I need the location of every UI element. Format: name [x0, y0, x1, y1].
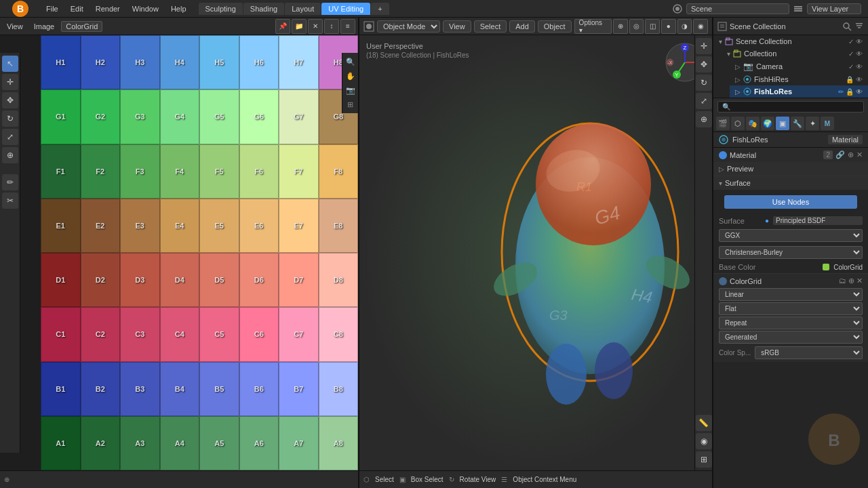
viewport-add-btn[interactable]: Add	[509, 20, 535, 33]
scene-collection-vis[interactable]: 👁	[856, 38, 863, 45]
uv-view-menu[interactable]: View	[3, 21, 27, 32]
uv-canvas[interactable]: RRCG RRCG RRCG H1 H2 H3 H4 H5 H6 H7 H8 G…	[41, 35, 358, 470]
uv-rotate-tool[interactable]: ↻	[2, 110, 18, 127]
fishhires-vis[interactable]: 👁	[856, 76, 863, 83]
scene-collection-check[interactable]: ✓	[848, 38, 854, 45]
subsurface-select[interactable]: Christensen-Burley	[719, 246, 863, 259]
viewport-view-btn[interactable]: View	[443, 20, 471, 33]
uv-pin-btn[interactable]: 📌	[275, 19, 290, 34]
viewport-select-btn[interactable]: Select	[474, 20, 507, 33]
use-nodes-button[interactable]: Use Nodes	[724, 195, 857, 209]
prop-tab-object[interactable]: ▣	[776, 117, 789, 130]
material-copy-icon[interactable]: ⊕	[848, 150, 854, 159]
uv-orient-btn[interactable]: ↕	[324, 19, 339, 34]
fishhires-item[interactable]: ▷ FishHiRes 🔒 👁	[730, 73, 868, 85]
camera-icon[interactable]: 📷	[344, 84, 357, 96]
viewport-grid-toggle[interactable]: ⊞	[696, 451, 712, 468]
search-icon[interactable]	[842, 22, 852, 31]
viewport-gizmo-btn[interactable]: ⊕	[613, 19, 628, 34]
viewport-options-btn[interactable]: Options ▾	[574, 19, 612, 34]
texture-browse-icon[interactable]: 🗂	[839, 277, 846, 285]
texture-copy-icon[interactable]: ⊕	[848, 277, 854, 285]
projection-select[interactable]: Flat	[719, 302, 863, 315]
surface-type-value[interactable]: Principled BSDF	[773, 216, 863, 225]
fishlores-vis[interactable]: 👁	[856, 88, 863, 96]
camera-vis[interactable]: 👁	[856, 63, 863, 70]
measure-tool[interactable]: 📏	[696, 415, 712, 431]
base-color-swatch[interactable]	[823, 264, 829, 270]
move-3d-tool[interactable]: ✥	[696, 56, 712, 73]
grid-icon[interactable]: ⊞	[344, 98, 357, 110]
viewport-render-mode[interactable]: ◉	[696, 433, 712, 449]
object-mode-select[interactable]: Object Mode	[377, 20, 440, 33]
fishlores-edit-icon[interactable]: ✏	[838, 88, 844, 96]
uv-annotate-tool[interactable]: ✏	[2, 174, 18, 190]
transform-3d-tool[interactable]: ⊕	[696, 111, 712, 127]
scene-collection-item[interactable]: ▾ Scene Collection ✓ 👁	[713, 35, 868, 47]
uv-settings-btn[interactable]: ≡	[340, 19, 355, 34]
uv-move-tool[interactable]: ✥	[2, 92, 18, 108]
viewport-render-btn[interactable]: ◉	[693, 19, 708, 34]
tab-layout[interactable]: Layout	[285, 3, 321, 15]
viewport-solid-btn[interactable]: ●	[661, 19, 676, 34]
viewport-object-btn[interactable]: Object	[538, 20, 572, 33]
hand-icon[interactable]: ✋	[344, 70, 357, 82]
fishhires-restrict[interactable]: 🔒	[846, 76, 854, 83]
uv-image-menu[interactable]: Image	[30, 21, 59, 32]
zoom-in-icon[interactable]: 🔍	[344, 56, 357, 68]
interpolation-select[interactable]: Linear	[719, 288, 863, 301]
viewport-overlay-btn[interactable]: ◎	[629, 19, 644, 34]
scene-name-input[interactable]	[686, 3, 789, 14]
extension-select[interactable]: Repeat	[719, 317, 863, 329]
uv-rip-tool[interactable]: ✂	[2, 192, 18, 209]
rotate-3d-tool[interactable]: ↻	[696, 75, 712, 91]
uv-close-btn[interactable]: ✕	[308, 19, 323, 34]
collection-vis[interactable]: 👁	[856, 50, 863, 58]
camera-item[interactable]: ▷ 📷 Camera ✓ 👁	[730, 60, 868, 73]
tab-shading[interactable]: Shading	[243, 3, 284, 15]
tab-uv-editing[interactable]: UV Editing	[321, 3, 370, 15]
camera-check[interactable]: ✓	[848, 63, 854, 70]
prop-tab-material[interactable]: M	[821, 117, 834, 130]
blender-logo: B	[0, 0, 41, 18]
prop-tab-particles[interactable]: ✦	[806, 117, 819, 130]
menu-file[interactable]: File	[41, 3, 64, 14]
prop-tab-world[interactable]: 🌍	[761, 117, 774, 130]
uv-select-tool[interactable]: ↖	[2, 56, 18, 72]
uv-scale-tool[interactable]: ⤢	[2, 129, 18, 145]
uv-cursor-tool[interactable]: ✛	[2, 74, 18, 90]
fishlores-restrict[interactable]: 🔒	[846, 88, 854, 96]
material-delete-icon[interactable]: ✕	[856, 150, 863, 159]
viewport-3d-canvas[interactable]: User Perspective (18) Scene Collection |…	[359, 35, 712, 470]
material-tab-btn[interactable]: Material	[828, 135, 863, 144]
properties-search-input[interactable]	[717, 101, 864, 113]
menu-render[interactable]: Render	[90, 3, 125, 14]
texture-delete-icon[interactable]: ✕	[856, 277, 863, 285]
menu-edit[interactable]: Edit	[65, 3, 89, 14]
surface-header[interactable]: ▾ Surface	[713, 176, 868, 190]
prop-tab-scene[interactable]: 🎭	[746, 117, 760, 130]
prop-tab-output[interactable]: ⬡	[731, 117, 745, 130]
cursor-3d-tool[interactable]: ✛	[696, 38, 712, 54]
prop-tab-render[interactable]: 🎬	[716, 117, 730, 130]
menu-help[interactable]: Help	[165, 3, 192, 14]
scale-3d-tool[interactable]: ⤢	[696, 93, 712, 109]
source-select[interactable]: Generated	[719, 331, 863, 344]
prop-tab-modifier[interactable]: 🔧	[791, 117, 804, 130]
uv-transform-tool[interactable]: ⊕	[2, 147, 18, 163]
tab-sculpting[interactable]: Sculpting	[199, 3, 243, 15]
viewport-material-btn[interactable]: ◑	[677, 19, 692, 34]
collection-check[interactable]: ✓	[848, 50, 854, 58]
color-space-select[interactable]: sRGB	[755, 346, 863, 359]
fishlores-item[interactable]: ▷ FishLoRes ✏ 🔒 👁	[730, 85, 868, 98]
distribution-select[interactable]: GGX	[719, 229, 863, 242]
viewport-xray-btn[interactable]: ◫	[645, 19, 660, 34]
menu-window[interactable]: Window	[127, 3, 164, 14]
preview-header[interactable]: ▷ Preview	[713, 162, 868, 176]
uv-folder-btn[interactable]: 📁	[292, 19, 307, 34]
filter-icon[interactable]	[854, 22, 864, 31]
uv-image-name[interactable]: ColorGrid	[61, 21, 102, 32]
collection-item[interactable]: ▾ Collection ✓ 👁	[722, 47, 868, 60]
tab-add[interactable]: +	[371, 3, 389, 15]
viewlayer-name-input[interactable]	[807, 3, 861, 14]
